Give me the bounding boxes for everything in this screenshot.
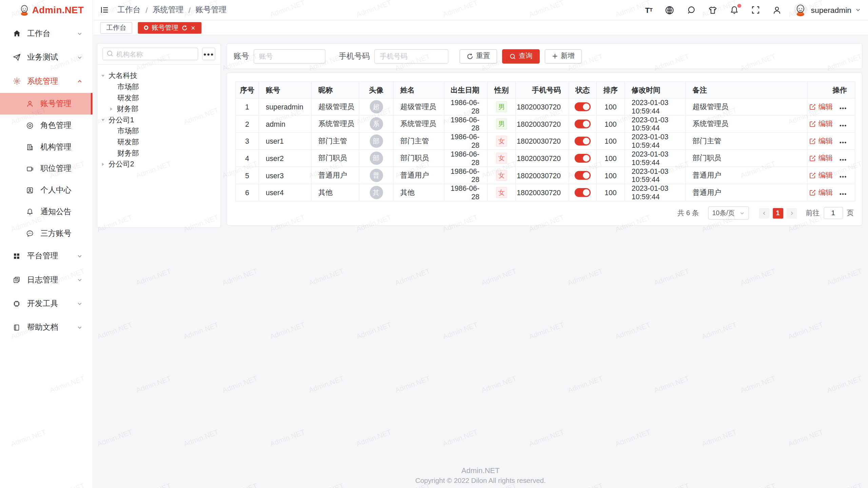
sidebar-item-notice[interactable]: 通知公告 bbox=[0, 201, 93, 223]
prev-page-button[interactable] bbox=[759, 208, 769, 218]
cell-remark: 部门职员 bbox=[686, 150, 807, 167]
phone-filter-input[interactable] bbox=[374, 49, 449, 63]
phone-filter-label: 手机号码 bbox=[339, 51, 370, 61]
status-toggle[interactable] bbox=[575, 137, 591, 146]
next-page-button[interactable] bbox=[786, 208, 797, 218]
cell-phone: 18020030720 bbox=[516, 167, 569, 184]
breadcrumb-separator: / bbox=[145, 6, 147, 14]
more-actions-button[interactable]: ••• bbox=[840, 122, 847, 128]
tree-node-company[interactable]: 大名科技 bbox=[101, 70, 217, 81]
tree-node-company[interactable]: 分公司2 bbox=[101, 159, 217, 170]
more-actions-button[interactable]: ••• bbox=[840, 105, 847, 111]
filter-panel: 账号 手机号码 重置 查询 新增 bbox=[226, 43, 863, 69]
cell-name: 部门主管 bbox=[393, 133, 444, 150]
notification-bell-icon[interactable] bbox=[730, 5, 739, 15]
edit-button[interactable]: 编辑 bbox=[810, 153, 833, 163]
sidebar-item-label: 机构管理 bbox=[40, 142, 71, 152]
sidebar-item-account-mgmt[interactable]: 账号管理 bbox=[0, 93, 93, 115]
breadcrumb-item-account: 账号管理 bbox=[196, 5, 226, 15]
status-toggle[interactable] bbox=[575, 154, 591, 163]
col-avatar: 头像 bbox=[359, 82, 393, 98]
header-toolbar: TT superadmin bbox=[645, 3, 861, 17]
breadcrumb-item-workbench[interactable]: 工作台 bbox=[117, 5, 141, 15]
status-toggle[interactable] bbox=[575, 102, 591, 111]
sidebar-item-log-mgmt[interactable]: 日志管理 bbox=[0, 268, 93, 291]
current-page-button[interactable]: 1 bbox=[772, 208, 783, 218]
tree-node-company[interactable]: 分公司1 bbox=[101, 115, 217, 126]
cell-account: user1 bbox=[259, 133, 311, 150]
edit-button[interactable]: 编辑 bbox=[810, 102, 833, 111]
caret-right-icon[interactable] bbox=[109, 107, 115, 111]
caret-down-icon[interactable] bbox=[101, 74, 106, 78]
caret-right-icon[interactable] bbox=[101, 162, 106, 166]
status-toggle[interactable] bbox=[575, 120, 591, 128]
language-icon[interactable] bbox=[665, 5, 674, 15]
sidebar-item-workbench[interactable]: 工作台 bbox=[0, 22, 93, 45]
search-icon[interactable] bbox=[686, 5, 696, 15]
font-size-icon[interactable]: TT bbox=[645, 6, 653, 14]
add-button[interactable]: 新增 bbox=[545, 49, 582, 63]
search-icon bbox=[106, 50, 113, 57]
sidebar-item-org-mgmt[interactable]: 机构管理 bbox=[0, 136, 93, 158]
tree-node-label: 财务部 bbox=[117, 104, 138, 114]
close-icon[interactable]: × bbox=[191, 24, 195, 31]
sidebar-item-label: 系统管理 bbox=[27, 76, 58, 86]
account-filter-input[interactable] bbox=[254, 49, 326, 63]
tab-workbench[interactable]: 工作台 bbox=[100, 22, 133, 33]
more-actions-button[interactable]: ••• bbox=[840, 139, 847, 145]
cell-birth-date: 1986-06-28 bbox=[444, 184, 487, 201]
tree-node-dept[interactable]: 财务部 bbox=[101, 148, 217, 159]
col-nickname: 昵称 bbox=[311, 82, 359, 98]
tree-node-dept[interactable]: 研发部 bbox=[101, 93, 217, 104]
sidebar-item-label: 个人中心 bbox=[40, 185, 71, 195]
tree-node-dept[interactable]: 市场部 bbox=[101, 81, 217, 93]
edit-button[interactable]: 编辑 bbox=[810, 187, 833, 197]
breadcrumb-item-system[interactable]: 系统管理 bbox=[153, 5, 183, 15]
sidebar-item-platform-mgmt[interactable]: 平台管理 bbox=[0, 244, 93, 268]
tab-account-mgmt[interactable]: 账号管理 × bbox=[138, 22, 201, 33]
edit-button[interactable]: 编辑 bbox=[810, 119, 833, 129]
cell-name: 部门职员 bbox=[393, 150, 444, 167]
tree-more-button[interactable]: ●●● bbox=[202, 47, 215, 60]
tree-node-dept[interactable]: 市场部 bbox=[101, 126, 217, 137]
goto-page-input[interactable] bbox=[824, 207, 843, 219]
caret-down-icon[interactable] bbox=[101, 118, 106, 122]
sidebar-item-label: 平台管理 bbox=[27, 251, 58, 261]
sidebar-collapse-button[interactable] bbox=[100, 5, 109, 14]
cell-name: 普通用户 bbox=[393, 167, 444, 184]
fullscreen-icon[interactable] bbox=[751, 5, 760, 14]
theme-icon[interactable] bbox=[708, 5, 717, 15]
more-actions-button[interactable]: ••• bbox=[840, 191, 847, 197]
sidebar-item-help-docs[interactable]: 帮助文档 bbox=[0, 316, 93, 339]
search-icon bbox=[509, 53, 516, 60]
tree-node-dept[interactable]: 财务部 bbox=[101, 103, 217, 115]
cell-phone: 18020030720 bbox=[516, 98, 569, 116]
sidebar-item-role-mgmt[interactable]: 角色管理 bbox=[0, 115, 93, 136]
sidebar-item-thirdparty-account[interactable]: 三方账号 bbox=[0, 222, 93, 244]
more-actions-button[interactable]: ••• bbox=[840, 174, 847, 180]
more-actions-button[interactable]: ••• bbox=[840, 157, 847, 163]
tree-node-dept[interactable]: 研发部 bbox=[101, 137, 217, 148]
cell-phone: 18020030720 bbox=[516, 115, 569, 133]
cell-phone: 18020030720 bbox=[516, 150, 569, 167]
cell-account: user3 bbox=[259, 167, 311, 184]
cell-account: admin bbox=[259, 115, 311, 133]
refresh-icon[interactable] bbox=[182, 25, 188, 31]
reset-button[interactable]: 重置 bbox=[459, 49, 497, 63]
page-size-select[interactable]: 10条/页 bbox=[708, 206, 749, 220]
org-search-input[interactable] bbox=[102, 47, 198, 60]
search-button[interactable]: 查询 bbox=[502, 49, 540, 63]
status-toggle[interactable] bbox=[575, 171, 591, 180]
edit-button[interactable]: 编辑 bbox=[810, 136, 833, 146]
user-menu[interactable]: superadmin bbox=[794, 3, 861, 17]
user-icon bbox=[26, 99, 35, 108]
status-toggle[interactable] bbox=[575, 188, 591, 197]
sidebar-item-system-mgmt[interactable]: 系统管理 bbox=[0, 69, 93, 93]
sidebar-item-position-mgmt[interactable]: 职位管理 bbox=[0, 158, 93, 179]
user-icon[interactable] bbox=[772, 5, 782, 15]
sidebar-item-dev-tools[interactable]: 开发工具 bbox=[0, 291, 93, 315]
sidebar-item-business-test[interactable]: 业务测试 bbox=[0, 45, 93, 69]
sidebar-item-personal-center[interactable]: 个人中心 bbox=[0, 179, 93, 201]
edit-button[interactable]: 编辑 bbox=[810, 170, 833, 180]
col-status: 状态 bbox=[569, 82, 597, 98]
